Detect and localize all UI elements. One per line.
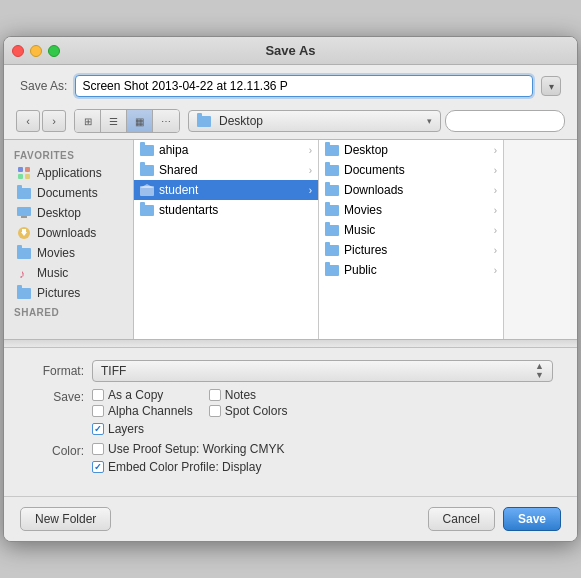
arrow-icon: ›: [494, 265, 497, 276]
spot-colors-label: Spot Colors: [225, 404, 288, 418]
spot-cb-box[interactable]: [209, 405, 221, 417]
movies-icon: [16, 245, 32, 261]
svg-rect-8: [22, 229, 26, 232]
alpha-channels-label: Alpha Channels: [108, 404, 193, 418]
folder-icon: [140, 145, 154, 156]
folder-icon: [325, 185, 339, 196]
dropdown-arrows-icon: ▲ ▼: [535, 362, 544, 380]
desktop-icon: [16, 205, 32, 221]
location-folder-icon: [197, 114, 213, 128]
format-value: TIFF: [101, 364, 535, 378]
file-item-music[interactable]: Music ›: [319, 220, 503, 240]
file-item-movies[interactable]: Movies ›: [319, 200, 503, 220]
file-item-studentarts[interactable]: studentarts: [134, 200, 318, 220]
sidebar-item-movies[interactable]: Movies: [6, 243, 131, 263]
file-column-1: ahipa › Shared › student › studentarts: [134, 140, 319, 339]
folder-icon: [325, 205, 339, 216]
alpha-channels-checkbox[interactable]: Alpha Channels: [92, 404, 193, 418]
toolbar: ‹ › ⊞ ☰ ▦ ⋯ Desktop ▾: [4, 105, 577, 140]
folder-icon: [325, 145, 339, 156]
minimize-button[interactable]: [30, 45, 42, 57]
svg-rect-3: [25, 174, 30, 179]
arrow-icon: ›: [494, 185, 497, 196]
embed-color-checkbox[interactable]: Embed Color Profile: Display: [92, 460, 261, 474]
view-cover-button[interactable]: ⋯: [153, 110, 179, 132]
arrow-icon: ›: [494, 225, 497, 236]
use-proof-cb-box[interactable]: [92, 443, 104, 455]
save-as-input[interactable]: [75, 75, 533, 97]
file-item-public[interactable]: Public ›: [319, 260, 503, 280]
sidebar-item-desktop[interactable]: Desktop: [6, 203, 131, 223]
file-item-downloads[interactable]: Downloads ›: [319, 180, 503, 200]
spot-colors-checkbox[interactable]: Spot Colors: [209, 404, 310, 418]
svg-rect-5: [21, 216, 27, 218]
arrow-icon: ›: [494, 205, 497, 216]
file-item-ahipa[interactable]: ahipa ›: [134, 140, 318, 160]
view-column-button[interactable]: ▦: [127, 110, 153, 132]
forward-button[interactable]: ›: [42, 110, 66, 132]
documents-icon: [16, 185, 32, 201]
sidebar-item-desktop-label: Desktop: [37, 206, 81, 220]
back-button[interactable]: ‹: [16, 110, 40, 132]
sidebar-item-music[interactable]: ♪ Music: [6, 263, 131, 283]
color-checkboxes: Use Proof Setup: Working CMYK Embed Colo…: [92, 442, 285, 478]
sidebar-item-pictures[interactable]: Pictures: [6, 283, 131, 303]
options-area: Format: TIFF ▲ ▼ Save: As a Copy: [4, 348, 577, 496]
save-as-row: Save As: ▾: [4, 65, 577, 105]
alpha-cb-box[interactable]: [92, 405, 104, 417]
layers-label: Layers: [108, 422, 144, 436]
as-copy-checkbox[interactable]: As a Copy: [92, 388, 193, 402]
notes-cb-box[interactable]: [209, 389, 221, 401]
folder-icon: [197, 116, 211, 127]
maximize-button[interactable]: [48, 45, 60, 57]
format-label: Format:: [28, 364, 84, 378]
sidebar-item-applications-label: Applications: [37, 166, 102, 180]
traffic-lights: [12, 45, 60, 57]
save-button[interactable]: Save: [503, 507, 561, 531]
scroll-separator: [4, 340, 577, 348]
sidebar-item-downloads[interactable]: Downloads: [6, 223, 131, 243]
file-item-shared[interactable]: Shared ›: [134, 160, 318, 180]
new-folder-button[interactable]: New Folder: [20, 507, 111, 531]
notes-checkbox[interactable]: Notes: [209, 388, 310, 402]
title-bar: Save As: [4, 37, 577, 65]
svg-rect-2: [18, 174, 23, 179]
sidebar-item-applications[interactable]: Applications: [6, 163, 131, 183]
view-icon-button[interactable]: ⊞: [75, 110, 101, 132]
layers-cb-box[interactable]: [92, 423, 104, 435]
checkboxes-grid: As a Copy Notes Alpha Channels Spot Colo…: [92, 388, 309, 418]
arrow-icon: ›: [309, 165, 312, 176]
file-item-documents[interactable]: Documents ›: [319, 160, 503, 180]
nav-buttons: ‹ ›: [16, 110, 66, 132]
folder-icon: [325, 225, 339, 236]
arrow-icon: ›: [494, 145, 497, 156]
layers-checkbox[interactable]: Layers: [92, 422, 309, 436]
file-item-desktop[interactable]: Desktop ›: [319, 140, 503, 160]
shared-section-label: SHARED: [4, 303, 133, 320]
close-button[interactable]: [12, 45, 24, 57]
arrow-icon: ›: [494, 165, 497, 176]
save-checkboxes: As a Copy Notes Alpha Channels Spot Colo…: [92, 388, 309, 436]
color-label: Color:: [28, 442, 84, 458]
location-dropdown[interactable]: Desktop ▾: [188, 110, 441, 132]
folder-icon: [140, 165, 154, 176]
file-column-2: Desktop › Documents › Downloads › Movies…: [319, 140, 504, 339]
use-proof-label: Use Proof Setup: Working CMYK: [108, 442, 285, 456]
save-row: Save: As a Copy Notes Alpha Channels: [28, 388, 553, 436]
arrow-icon: ›: [309, 185, 312, 196]
format-row: Format: TIFF ▲ ▼: [28, 360, 553, 382]
file-item-pictures[interactable]: Pictures ›: [319, 240, 503, 260]
embed-color-cb-box[interactable]: [92, 461, 104, 473]
disclosure-button[interactable]: ▾: [541, 76, 561, 96]
use-proof-row: Use Proof Setup: Working CMYK: [92, 442, 285, 456]
file-item-student[interactable]: student ›: [134, 180, 318, 200]
view-list-button[interactable]: ☰: [101, 110, 127, 132]
cancel-button[interactable]: Cancel: [428, 507, 495, 531]
search-input[interactable]: [445, 110, 565, 132]
as-copy-cb-box[interactable]: [92, 389, 104, 401]
save-label: Save:: [28, 388, 84, 404]
format-dropdown[interactable]: TIFF ▲ ▼: [92, 360, 553, 382]
use-proof-checkbox[interactable]: Use Proof Setup: Working CMYK: [92, 442, 285, 456]
sidebar-item-documents-label: Documents: [37, 186, 98, 200]
sidebar-item-documents[interactable]: Documents: [6, 183, 131, 203]
